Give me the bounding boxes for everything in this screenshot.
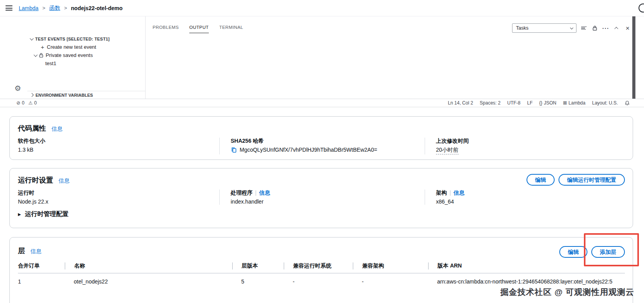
tasks-dropdown[interactable]: Tasks [512, 23, 576, 33]
info-link[interactable]: 信息 [259, 190, 270, 197]
architecture-field: 架构 信息 x86_64 [425, 190, 633, 205]
info-link[interactable]: 信息 [52, 126, 62, 133]
lambda-label: Lambda [569, 100, 585, 106]
tree-item-test1[interactable]: test1 [27, 59, 145, 67]
edit-runtime-management-button[interactable]: 编辑运行时管理配置 [559, 174, 625, 186]
runtime-management-expander[interactable]: ▶ 运行时管理配置 [18, 210, 633, 218]
chevron-down-icon [570, 26, 573, 29]
cell-compatible-runtimes: - [284, 278, 353, 285]
lambda-box-icon: ⊠ [563, 100, 567, 106]
last-modified-value[interactable]: 20小时前 [436, 147, 459, 154]
package-size-label: 软件包大小 [18, 138, 45, 145]
runtime-label: 运行时 [18, 190, 34, 197]
breadcrumb: Lambda > 函数 > nodejs22-otel-demo [19, 5, 123, 12]
indentation-setting[interactable]: Spaces: 2 [480, 100, 500, 106]
label-divider [256, 190, 256, 196]
tasks-dropdown-value: Tasks [516, 25, 528, 31]
settings-gear-icon[interactable]: ⚙ [14, 85, 21, 92]
encoding-setting[interactable]: UTF-8 [507, 100, 520, 106]
layers-table: 合并订单 名称 层版本 兼容运行时系统 兼容架构 版本 ARN 1 otel_n… [18, 262, 625, 285]
col-name: 名称 [65, 262, 232, 269]
chevron-down-icon [30, 37, 34, 41]
code-properties-card: 代码属性 信息 软件包大小 1.3 kB SHA256 哈希 MgcoQLySU… [9, 116, 633, 160]
editor-scrollbar[interactable] [632, 16, 635, 99]
col-merge-order: 合并订单 [18, 262, 65, 269]
runtime-management-expander-label: 运行时管理配置 [25, 210, 69, 218]
status-bar-right: Ln 14, Col 2 Spaces: 2 UTF-8 LF {} JSON … [448, 100, 630, 106]
top-navigation-bar: Lambda > 函数 > nodejs22-otel-demo [0, 0, 644, 16]
warning-count: 0 [34, 100, 37, 106]
package-size-field: 软件包大小 1.3 kB [10, 138, 219, 154]
layers-title: 层 [18, 246, 25, 255]
code-editor-panel: TEST EVENTS [SELECTED: TEST1] + Create n… [0, 16, 644, 107]
problems-summary[interactable]: ⊘ 0 ⚠ 0 [16, 100, 37, 106]
tree-section-environment-variables[interactable]: ENVIRONMENT VARIABLES [27, 91, 145, 99]
cell-merge-order: 1 [18, 278, 65, 285]
breadcrumb-current-function: nodejs22-otel-demo [71, 5, 123, 11]
breadcrumb-lambda-link[interactable]: Lambda [19, 5, 39, 11]
close-panel-icon[interactable]: × [624, 25, 631, 32]
tab-terminal[interactable]: TERMINAL [219, 25, 243, 33]
watermark-text: 掘金技术社区 @ 可观测性用观测云 [500, 287, 634, 298]
package-size-value: 1.3 kB [18, 147, 219, 153]
braces-icon: {} [539, 100, 542, 106]
lambda-extension-status[interactable]: ⊠ Lambda [563, 100, 585, 106]
output-options-icon[interactable] [580, 25, 587, 32]
sha256-label: SHA256 哈希 [231, 138, 264, 145]
help-icon[interactable] [639, 4, 644, 12]
add-layer-button[interactable]: 添加层 [591, 246, 625, 258]
panel-tabs: PROBLEMS OUTPUT TERMINAL [153, 25, 243, 33]
chevron-down-icon [34, 53, 37, 57]
notifications-bell-icon[interactable] [624, 100, 630, 106]
runtime-settings-title: 运行时设置 [18, 175, 53, 185]
language-mode[interactable]: {} JSON [539, 100, 556, 106]
col-compatible-runtimes: 兼容运行时系统 [284, 262, 353, 269]
environment-variables-label: ENVIRONMENT VARIABLES [36, 93, 93, 97]
cursor-position[interactable]: Ln 14, Col 2 [448, 100, 473, 106]
last-modified-label: 上次修改时间 [436, 138, 469, 145]
eol-setting[interactable]: LF [527, 100, 532, 106]
last-modified-field: 上次修改时间 20小时前 [425, 138, 633, 154]
col-compatible-architectures: 兼容架构 [353, 262, 428, 269]
lambda-console-page: Lambda > 函数 > nodejs22-otel-demo TEST EV… [0, 0, 644, 303]
more-actions-icon[interactable]: ··· [602, 25, 609, 32]
copy-icon[interactable] [231, 147, 237, 153]
maximize-panel-icon[interactable] [613, 25, 620, 32]
cell-compatible-architectures: - [353, 278, 428, 285]
col-version-arn: 版本 ARN [428, 262, 625, 269]
runtime-field: 运行时 Node.js 22.x [10, 190, 219, 205]
editor-status-bar: ⊘ 0 ⚠ 0 Ln 14, Col 2 Spaces: 2 UTF-8 LF … [0, 99, 644, 107]
lock-icon [39, 53, 43, 58]
menu-icon[interactable] [5, 5, 12, 11]
breadcrumb-functions-link[interactable]: 函数 [49, 5, 60, 12]
info-link[interactable]: 信息 [30, 248, 41, 255]
runtime-settings-card: 运行时设置 信息 编辑 编辑运行时管理配置 运行时 Node.js 22.x 处… [9, 168, 633, 228]
create-test-event-label: Create new test event [47, 44, 96, 50]
tree-section-test-events[interactable]: TEST EVENTS [SELECTED: TEST1] [27, 35, 145, 43]
plus-icon: + [40, 44, 45, 50]
test-events-header-label: TEST EVENTS [SELECTED: TEST1] [35, 37, 110, 41]
architecture-value: x86_64 [436, 198, 633, 205]
sha256-value: MgcoQLySUnfGNfX/7vhPDlHJ9hTbihaDBr5WtBEw… [240, 147, 377, 153]
keyboard-layout[interactable]: Layout: U.S. [592, 100, 618, 106]
error-icon: ⊘ [16, 100, 20, 106]
expander-triangle-icon: ▶ [18, 212, 21, 216]
lock-scroll-icon[interactable] [591, 25, 598, 32]
handler-field: 处理程序 信息 index.handler [219, 190, 425, 205]
tab-output[interactable]: OUTPUT [189, 25, 209, 33]
runtime-value: Node.js 22.x [18, 198, 219, 205]
info-link[interactable]: 信息 [454, 190, 464, 197]
code-properties-title: 代码属性 [18, 124, 46, 133]
edit-runtime-button[interactable]: 编辑 [527, 174, 555, 186]
layers-table-header: 合并订单 名称 层版本 兼容运行时系统 兼容架构 版本 ARN [18, 262, 625, 273]
test-events-tree: TEST EVENTS [SELECTED: TEST1] + Create n… [27, 16, 146, 99]
tree-item-private-saved-events[interactable]: Private saved events [27, 51, 145, 59]
tab-problems[interactable]: PROBLEMS [153, 25, 179, 33]
tree-item-create-test-event[interactable]: + Create new test event [27, 43, 145, 51]
info-link[interactable]: 信息 [59, 177, 69, 184]
cell-layer-version: 5 [232, 278, 284, 285]
edit-layers-button[interactable]: 编辑 [559, 246, 587, 258]
breadcrumb-separator: > [64, 5, 67, 11]
cell-version-arn[interactable]: arn:aws-cn:lambda:cn-northwest-1:2946540… [437, 278, 612, 285]
warning-icon: ⚠ [28, 100, 33, 106]
